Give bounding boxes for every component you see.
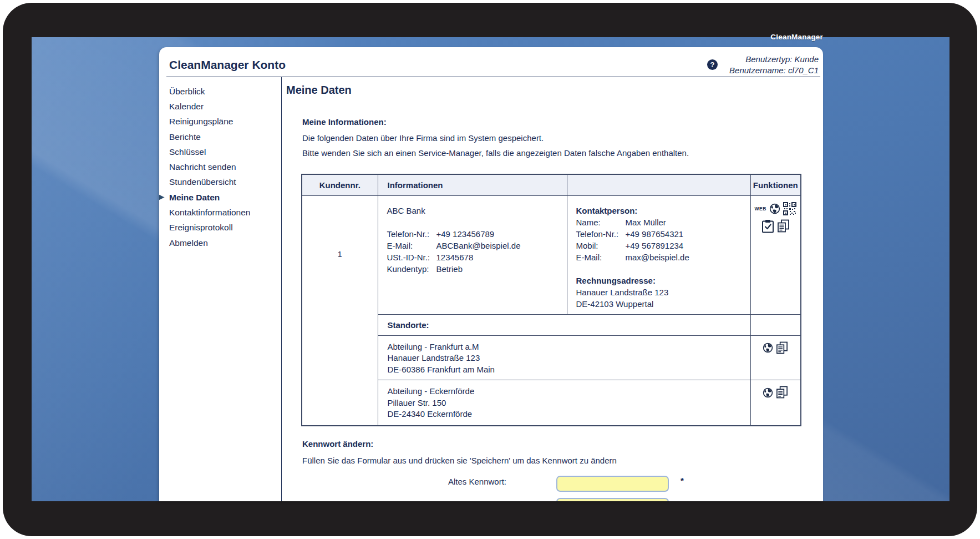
- field-email: E-Mail: ABCBank@beispiel.de: [387, 240, 562, 251]
- contact-cell: Kontaktperson: Name: Max Müller Telefon-…: [567, 195, 750, 314]
- contact-title: Kontaktperson:: [576, 205, 746, 216]
- sidebar-item-kontaktinformationen[interactable]: Kontaktinformationen: [169, 205, 277, 220]
- copy-documents-icon[interactable]: [777, 219, 790, 233]
- location-line: Abteilung - Eckernförde: [388, 386, 746, 397]
- copy-documents-icon[interactable]: [776, 341, 788, 355]
- info-line-1: Die folgenden Daten über Ihre Firma sind…: [302, 130, 689, 145]
- field-ust-id: USt.-ID-Nr.: 12345678: [387, 251, 562, 263]
- customer-functions-cell: WEB: [750, 195, 801, 314]
- field-telefon: Telefon-Nr.: +49 123456789: [387, 228, 562, 240]
- info-section-text: Die folgenden Daten über Ihre Firma sind…: [302, 130, 689, 160]
- col-header-informationen: Informationen: [378, 174, 567, 195]
- page-title: CleanManager Konto: [169, 58, 286, 72]
- sidebar-item-berichte[interactable]: Berichte: [169, 129, 277, 144]
- info-section-title: Meine Informationen:: [302, 117, 387, 127]
- company-name: ABC Bank: [387, 205, 562, 216]
- old-password-label: Altes Kennwort:: [302, 477, 506, 486]
- password-section-title: Kennwort ändern:: [302, 439, 373, 449]
- sidebar-item-abmelden[interactable]: Abmelden: [169, 235, 277, 250]
- info-line-2: Bitte wenden Sie sich an einen Service-M…: [302, 145, 689, 160]
- location-line: DE-24340 Eckernförde: [388, 409, 746, 420]
- web-link-icon[interactable]: WEB: [754, 206, 766, 211]
- customer-row: 1 ABC Bank Telefon-Nr.: +49 123456789 E-…: [302, 195, 801, 314]
- user-info: Benutzertyp: Kunde Benutzername: cl70_C1: [729, 54, 819, 76]
- user-name-label: Benutzername: cl70_C1: [729, 65, 819, 76]
- app-panel: CleanManager Konto ? Benutzertyp: Kunde …: [159, 47, 823, 501]
- copy-documents-icon[interactable]: [776, 386, 788, 399]
- contact-email: E-Mail: max@beispiel.de: [576, 251, 746, 263]
- sidebar-item-kalender[interactable]: Kalender: [169, 99, 277, 114]
- globe-icon[interactable]: [763, 342, 773, 353]
- user-type-label: Benutzertyp: Kunde: [729, 54, 819, 65]
- content-heading: Meine Daten: [286, 84, 352, 97]
- col-header-kundennr: Kundennr.: [302, 174, 378, 195]
- contact-telefon: Telefon-Nr.: +49 987654321: [576, 228, 746, 240]
- billing-line-2: DE-42103 Wuppertal: [576, 298, 746, 310]
- customer-number: 1: [302, 249, 378, 259]
- location-line: Hanauer Landstraße 123: [388, 352, 746, 364]
- header-divider: [166, 77, 820, 77]
- sidebar-nav: Überblick Kalender Reinigungspläne Beric…: [169, 84, 277, 250]
- sidebar-item-schluessel[interactable]: Schlüssel: [169, 144, 277, 159]
- clipboard-check-icon[interactable]: [761, 219, 774, 233]
- sidebar-divider: [281, 77, 282, 501]
- sidebar-item-ereignisprotokoll[interactable]: Ereignisprotokoll: [169, 220, 277, 235]
- location-line: DE-60386 Frankfurt am Main: [388, 364, 746, 376]
- billing-line-1: Hanauer Landstraße 123: [576, 286, 746, 298]
- active-item-arrow-icon: [159, 189, 167, 205]
- sidebar-item-meine-daten[interactable]: Meine Daten: [169, 190, 277, 205]
- location-eckernfoerde-cell: Abteilung - Eckernförde Pillauer Str. 15…: [378, 380, 750, 426]
- password-instruction: Füllen Sie das Formular aus und drücken …: [302, 456, 617, 465]
- location-line: Pillauer Str. 150: [388, 397, 746, 409]
- new-password-input[interactable]: [556, 498, 669, 501]
- col-header-blank: [567, 174, 750, 195]
- contact-name: Name: Max Müller: [576, 216, 746, 228]
- billing-title: Rechnungsadresse:: [576, 275, 746, 286]
- customer-info-cell: ABC Bank Telefon-Nr.: +49 123456789 E-Ma…: [378, 195, 567, 314]
- location-frankfurt-cell: Abteilung - Frankfurt a.M Hanauer Landst…: [378, 335, 750, 380]
- col-header-funktionen: Funktionen: [750, 174, 801, 195]
- sidebar-item-reinigungsplaene[interactable]: Reinigungspläne: [169, 114, 277, 129]
- qr-code-icon[interactable]: [783, 202, 796, 215]
- globe-icon[interactable]: [763, 387, 773, 398]
- globe-icon[interactable]: [769, 203, 780, 214]
- customer-number-cell: 1: [302, 195, 378, 426]
- standorte-functions-cell: [750, 314, 801, 335]
- help-icon[interactable]: ?: [707, 59, 718, 70]
- stage: CleanManager CleanManager Konto ? Benutz…: [0, 0, 980, 539]
- field-kundentyp: Kundentyp: Betrieb: [387, 263, 562, 275]
- sidebar-item-stundenuebersicht[interactable]: Stundenübersicht: [169, 175, 277, 190]
- old-password-input[interactable]: [556, 476, 669, 492]
- location-eckernfoerde-functions: [750, 380, 801, 426]
- brand-watermark: CleanManager: [770, 33, 823, 41]
- sidebar-item-nachricht-senden[interactable]: Nachricht senden: [169, 159, 277, 174]
- sidebar-item-ueberblick[interactable]: Überblick: [169, 84, 277, 99]
- standorte-title: Standorte:: [378, 314, 750, 335]
- location-frankfurt-functions: [750, 335, 801, 380]
- location-line: Abteilung - Frankfurt a.M: [388, 341, 746, 353]
- required-marker: *: [681, 476, 684, 485]
- contact-mobil: Mobil: +49 567891234: [576, 240, 746, 251]
- table-header-row: Kundennr. Informationen Funktionen: [302, 174, 801, 195]
- customer-table: Kundennr. Informationen Funktionen 1 ABC…: [301, 174, 801, 426]
